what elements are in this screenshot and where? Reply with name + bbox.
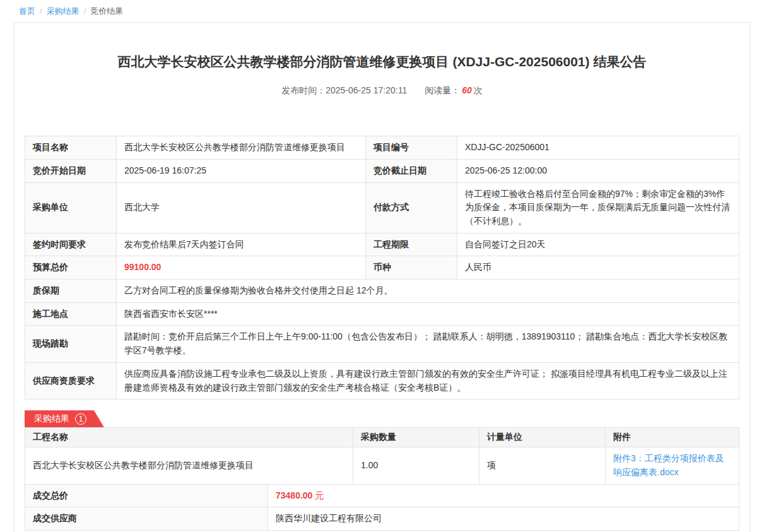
label-currency: 币种 [366, 256, 457, 280]
deal-total-price-amount: 73480.00 [276, 490, 312, 500]
table-row: 质保期 乙方对合同工程的质量保修期为验收合格并交付使用之日起 12个月。 [25, 280, 739, 303]
table-row: 签约时间要求 发布竞价结果后7天内签订合同 工程期限 自合同签订之日20天 [25, 233, 739, 256]
column-header-quantity: 采购数量 [353, 428, 479, 447]
value-signing-time: 发布竞价结果后7天内签订合同 [117, 233, 366, 256]
label-deal-total-price: 成交总价 [25, 484, 268, 507]
value-warranty-period: 乙方对合同工程的质量保修期为验收合格并交付使用之日起 12个月。 [117, 280, 739, 303]
breadcrumb-separator: / [84, 6, 86, 16]
table-row: 成交总价 73480.00 元 [25, 484, 739, 507]
purchase-result-table: 工程名称 采购数量 计量单位 附件 西北大学长安校区公共教学楼部分消防管道维修更… [25, 427, 739, 484]
label-bid-start-date: 竞价开始日期 [25, 159, 117, 182]
label-bid-deadline: 竞价截止日期 [366, 159, 457, 182]
breadcrumb: 首页/采购结果/竞价结果 [0, 0, 764, 22]
value-purchasing-unit: 西北大学 [117, 182, 366, 233]
column-header-unit: 计量单位 [479, 428, 606, 447]
table-row: 成交供应商 陕西华川建设工程有限公司 [25, 507, 739, 531]
label-payment-method: 付款方式 [366, 182, 457, 233]
deal-summary-table: 成交总价 73480.00 元 成交供应商 陕西华川建设工程有限公司 [25, 484, 739, 531]
label-signing-time: 签约时间要求 [25, 233, 117, 256]
label-site-survey: 现场踏勘 [25, 326, 117, 362]
breadcrumb-home[interactable]: 首页 [19, 6, 35, 16]
value-budget-total: 99100.00 [117, 256, 366, 280]
table-row: 现场踏勘 踏勘时间：竞价开启后第三个工作日上午上午9:00-11:00（包含公告… [25, 326, 739, 362]
value-bid-deadline: 2025-06-25 12:00:00 [457, 159, 739, 182]
value-payment-method: 待工程竣工验收合格后付至合同金额的97%；剩余审定金额的3%作为质保金，本项目质… [457, 182, 739, 233]
announcement-card: 西北大学长安校区公共教学楼部分消防管道维修更换项目 (XDJJ-GC-20250… [14, 22, 750, 532]
publish-meta: 发布时间：2025-06-25 17:20:11阅读量：60次 [25, 85, 739, 97]
table-row: 采购单位 西北大学 付款方式 待工程竣工验收合格后付至合同金额的97%；剩余审定… [25, 182, 739, 233]
deal-total-price-unit: 元 [315, 490, 324, 500]
table-row: 供应商资质要求 供应商应具备消防设施工程专业承包二级及以上资质，具有建设行政主管… [25, 362, 739, 399]
result-project-name: 西北大学长安校区公共教学楼部分消防管道维修更换项目 [25, 447, 353, 484]
label-budget-total: 预算总价 [25, 256, 117, 280]
table-header-row: 工程名称 采购数量 计量单位 附件 [25, 428, 739, 447]
publish-time-label: 发布时间： [281, 85, 326, 95]
project-info-table: 项目名称 西北大学长安校区公共教学楼部分消防管道维修更换项目 项目编号 XDJJ… [25, 136, 739, 399]
attachment-link[interactable]: 附件3：工程类分项报价表及响应偏离表.docx [613, 453, 724, 477]
value-bid-start-date: 2025-06-19 16:07:25 [117, 159, 366, 182]
purchase-result-badge-label: 采购结果 [34, 413, 69, 425]
table-row: 施工地点 陕西省西安市长安区**** [25, 302, 739, 326]
value-deal-total-price: 73480.00 元 [268, 484, 739, 507]
value-project-duration: 自合同签订之日20天 [457, 233, 739, 256]
views-count: 60 [462, 85, 472, 95]
views-label: 阅读量： [425, 85, 460, 95]
table-row: 预算总价 99100.00 币种 人民币 [25, 256, 739, 280]
value-deal-supplier: 陕西华川建设工程有限公司 [268, 507, 739, 531]
label-supplier-qualification: 供应商资质要求 [25, 362, 117, 399]
label-purchasing-unit: 采购单位 [25, 182, 117, 233]
result-quantity: 1.00 [353, 447, 479, 484]
purchase-result-badge: 采购结果 1 [25, 410, 104, 427]
value-site-survey: 踏勘时间：竞价开启后第三个工作日上午上午9:00-11:00（包含公告发布日）；… [117, 326, 739, 362]
label-project-duration: 工程期限 [366, 233, 457, 256]
breadcrumb-bidding-results: 竞价结果 [90, 6, 123, 16]
breadcrumb-separator: / [40, 6, 42, 16]
purchase-result-count-badge: 1 [75, 413, 86, 425]
table-row: 西北大学长安校区公共教学楼部分消防管道维修更换项目 1.00 项 附件3：工程类… [25, 447, 739, 484]
result-unit: 项 [479, 447, 606, 484]
table-row: 竞价开始日期 2025-06-19 16:07:25 竞价截止日期 2025-0… [25, 159, 739, 182]
value-project-number: XDJJ-GC-202506001 [457, 136, 739, 160]
label-deal-supplier: 成交供应商 [25, 507, 268, 531]
views-unit: 次 [474, 85, 483, 95]
value-currency: 人民币 [457, 256, 739, 280]
publish-time-value: 2025-06-25 17:20:11 [326, 85, 407, 95]
label-project-number: 项目编号 [366, 136, 457, 160]
page-title: 西北大学长安校区公共教学楼部分消防管道维修更换项目 (XDJJ-GC-20250… [25, 53, 739, 70]
label-warranty-period: 质保期 [25, 280, 117, 303]
column-header-attachment: 附件 [606, 428, 739, 447]
label-construction-site: 施工地点 [25, 302, 117, 326]
value-construction-site: 陕西省西安市长安区**** [117, 302, 739, 326]
breadcrumb-purchase-results[interactable]: 采购结果 [47, 6, 79, 16]
value-project-name: 西北大学长安校区公共教学楼部分消防管道维修更换项目 [117, 136, 366, 160]
table-row: 项目名称 西北大学长安校区公共教学楼部分消防管道维修更换项目 项目编号 XDJJ… [25, 136, 739, 160]
label-project-name: 项目名称 [25, 136, 117, 160]
value-supplier-qualification: 供应商应具备消防设施工程专业承包二级及以上资质，具有建设行政主管部门颁发的有效的… [117, 362, 739, 399]
column-header-project-name: 工程名称 [25, 428, 353, 447]
